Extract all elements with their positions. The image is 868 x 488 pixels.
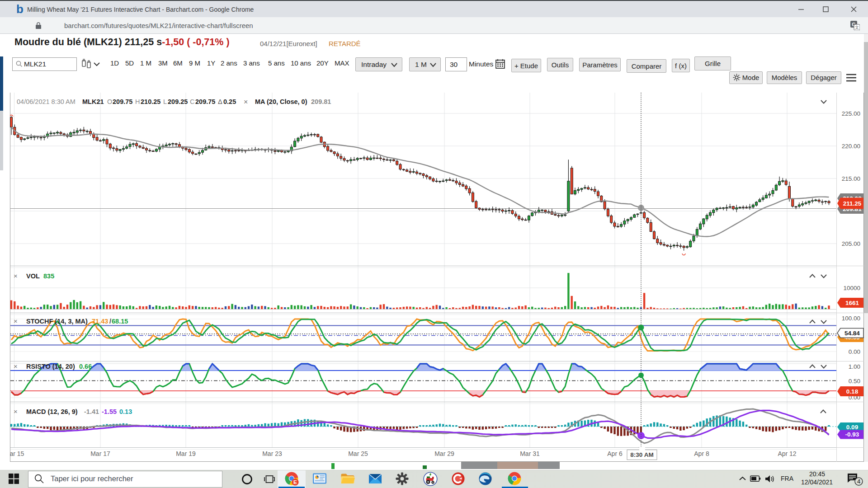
svg-text:835: 835 [43,272,54,280]
svg-text:Δ: Δ [218,98,222,105]
svg-text:209.81: 209.81 [311,98,331,105]
svg-text:Mar 29: Mar 29 [434,450,454,457]
svg-text:0.00: 0.00 [849,348,860,355]
svg-text:10000: 10000 [843,285,860,291]
svg-text:8:30 AM: 8:30 AM [630,451,653,458]
svg-text:68.15: 68.15 [112,318,128,325]
svg-text:54.84: 54.84 [844,330,860,337]
svg-text:0.66: 0.66 [79,363,92,370]
svg-text:209.25: 209.25 [168,98,188,105]
svg-text:209.75: 209.75 [113,98,132,105]
svg-text:Mar 17: Mar 17 [90,450,110,457]
svg-text:Mar 31: Mar 31 [520,450,540,457]
svg-text:205.00: 205.00 [842,240,860,247]
svg-text:4: 4 [857,478,860,485]
svg-text:0.50: 0.50 [849,378,860,385]
svg-text:-1.41: -1.41 [84,408,99,415]
svg-text:×: × [14,362,18,370]
svg-text:×: × [14,317,18,325]
svg-text:Apr 12: Apr 12 [778,450,796,457]
svg-text:215.00: 215.00 [842,175,860,182]
svg-text:209.75: 209.75 [195,98,215,105]
svg-text:0.25: 0.25 [223,98,236,105]
svg-text:RSISTO (14, 20): RSISTO (14, 20) [26,363,75,370]
svg-text:0.18: 0.18 [846,388,859,395]
svg-text:×: × [244,98,248,106]
svg-text:×: × [14,272,18,280]
svg-text:H: H [135,98,140,105]
svg-text:C: C [190,98,194,105]
svg-text:04/06/2021 8:30 AM: 04/06/2021 8:30 AM [17,98,75,105]
svg-text:Apr 8: Apr 8 [694,450,709,457]
svg-text:-0.93: -0.93 [845,431,859,438]
svg-text:×: × [14,408,18,415]
svg-text:0.09: 0.09 [846,424,858,431]
svg-text:MACD (12, 26, 9): MACD (12, 26, 9) [26,408,78,415]
svg-text:1.00: 1.00 [849,363,860,370]
svg-text:220.00: 220.00 [842,143,860,150]
svg-text:0.13: 0.13 [119,408,132,415]
svg-text:文: 文 [855,25,859,30]
svg-text:Mar 23: Mar 23 [262,450,282,457]
svg-text:Mar 25: Mar 25 [348,450,368,457]
svg-text:MA (20, Close, 0): MA (20, Close, 0) [255,98,307,105]
svg-text:210.25: 210.25 [141,98,160,105]
svg-text:VOL: VOL [26,272,40,280]
svg-text:STOCHF (14, 3, MA): STOCHF (14, 3, MA) [26,318,88,325]
svg-text:211.25: 211.25 [843,200,862,207]
svg-text:Apr 6: Apr 6 [607,450,623,457]
svg-text:/: / [109,318,111,325]
svg-text:100.00: 100.00 [842,315,860,322]
svg-text:O: O [107,98,112,105]
svg-text:MLK21: MLK21 [82,98,104,105]
svg-text:L: L [163,98,167,105]
svg-text:-1.55: -1.55 [102,408,117,415]
svg-text:Mar 19: Mar 19 [176,450,196,457]
svg-text:225.00: 225.00 [842,110,860,117]
svg-text:71.43: 71.43 [92,318,108,325]
svg-text:1661: 1661 [845,300,859,306]
svg-text:E: E [293,479,297,485]
svg-text:Mar 15: Mar 15 [10,450,24,457]
